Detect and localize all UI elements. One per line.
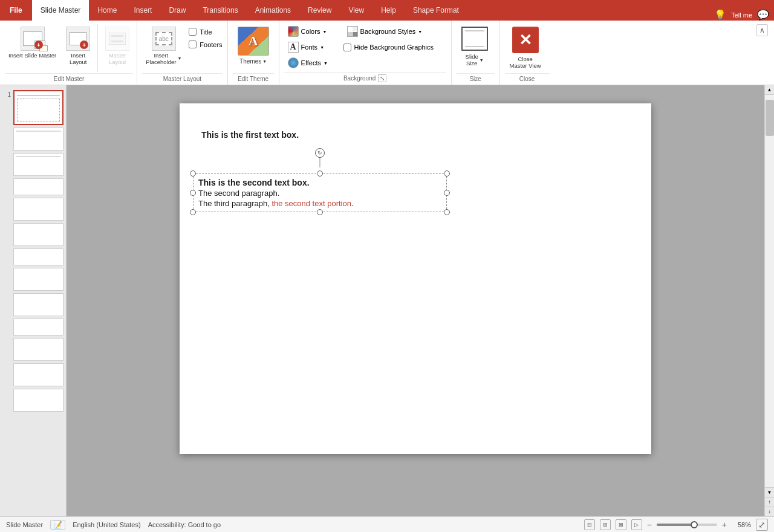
slide-thumb-6[interactable]: [2, 223, 63, 246]
close-master-view-icon: ✕: [512, 27, 539, 53]
handle-br[interactable]: [444, 209, 450, 215]
footers-checkbox[interactable]: [189, 41, 197, 48]
tab-slide-master[interactable]: Slide Master: [32, 0, 89, 21]
close-master-view-button[interactable]: ✕ CloseMaster View: [505, 24, 546, 72]
textbox-2-container[interactable]: This is the second text box. The second …: [193, 174, 447, 212]
handle-tl[interactable]: [190, 170, 196, 177]
comments-icon[interactable]: 💬: [757, 9, 769, 21]
title-checkbox[interactable]: [189, 28, 197, 36]
rotate-handle[interactable]: ↻: [315, 148, 325, 158]
tab-help[interactable]: Help: [372, 0, 405, 21]
colors-button[interactable]: Colors ▼: [284, 24, 339, 39]
close-master-view-label: CloseMaster View: [510, 56, 541, 70]
slide-thumb-9[interactable]: [2, 293, 63, 316]
line3-after: .: [351, 199, 354, 208]
background-styles-button[interactable]: Background Styles ▼: [343, 24, 426, 39]
zoom-level[interactable]: 58%: [732, 521, 751, 528]
tab-transitions[interactable]: Transitions: [194, 0, 246, 21]
tab-view[interactable]: View: [340, 0, 372, 21]
scroll-down-button[interactable]: ▼: [765, 487, 775, 497]
zoom-thumb[interactable]: [691, 521, 698, 528]
handle-tc[interactable]: [317, 170, 323, 177]
tab-animations[interactable]: Animations: [247, 0, 299, 21]
status-accessibility: Accessibility: Good to go: [148, 521, 221, 528]
slide-thumb-13[interactable]: [2, 389, 63, 412]
slide-img-1[interactable]: [13, 90, 63, 125]
tab-draw[interactable]: Draw: [160, 0, 194, 21]
insert-placeholder-label: InsertPlaceholder ▼: [146, 52, 181, 66]
group-close-label: Close: [505, 73, 550, 82]
tab-home[interactable]: Home: [89, 0, 125, 21]
background-dialog-launcher[interactable]: ⤡: [378, 74, 386, 82]
zoom-in-button[interactable]: +: [722, 520, 727, 530]
scroll-page-down-button[interactable]: ↓: [765, 507, 775, 516]
insert-slide-master-icon: +: [21, 27, 45, 51]
footers-checkbox-row[interactable]: Footers: [189, 41, 222, 48]
slide-thumb-11[interactable]: [2, 338, 63, 361]
handle-tr[interactable]: [444, 170, 450, 177]
scroll-up-button[interactable]: ▲: [765, 85, 775, 95]
tab-file[interactable]: File: [0, 0, 32, 21]
group-edit-master-content: + Insert Slide Master + InsertLayout: [5, 23, 133, 72]
scrollbar-track[interactable]: [765, 95, 774, 451]
effects-button[interactable]: Effects ▼: [284, 56, 339, 70]
ribbon-collapse-button[interactable]: ∧: [752, 21, 773, 85]
slide-thumb-7[interactable]: [2, 248, 63, 265]
handle-bl[interactable]: [190, 209, 196, 215]
view-slideshow-icon[interactable]: ▷: [631, 519, 642, 530]
tab-shape-format[interactable]: Shape Format: [405, 0, 467, 21]
handle-ml[interactable]: [190, 190, 196, 196]
effects-icon: [288, 57, 299, 68]
slide-size-button[interactable]: SlideSize ▼: [457, 24, 493, 69]
right-icons-area: 💡 Tell me 💬: [709, 9, 774, 21]
group-master-layout-label: Master Layout: [142, 73, 222, 82]
textbox-2[interactable]: This is the second text box. The second …: [193, 174, 447, 212]
scrollbar-thumb[interactable]: [766, 100, 774, 136]
lightbulb-icon[interactable]: 💡: [714, 9, 726, 21]
fonts-dropdown-arrow: ▼: [320, 45, 324, 50]
insert-placeholder-button[interactable]: abc InsertPlaceholder ▼: [142, 24, 185, 68]
slide-thumb-4[interactable]: [2, 178, 63, 195]
textbox-1[interactable]: This is the first text box.: [201, 130, 299, 140]
background-styles-icon: [347, 26, 358, 37]
group-edit-theme-label: Edit Theme: [233, 73, 274, 82]
tab-insert[interactable]: Insert: [125, 0, 160, 21]
line3-red-text: the second text portion: [272, 199, 351, 208]
fit-to-window-button[interactable]: ⤢: [756, 519, 768, 531]
notes-icon[interactable]: 📝: [50, 520, 65, 530]
slide-size-icon: [461, 27, 488, 51]
fonts-button[interactable]: A Fonts ▼: [284, 40, 339, 54]
hide-bg-graphics-checkbox[interactable]: [343, 44, 351, 51]
view-slide-sorter-icon[interactable]: ⊞: [600, 519, 611, 530]
footers-label: Footers: [200, 41, 222, 48]
slide-thumb-3[interactable]: [2, 153, 63, 176]
view-reading-icon[interactable]: ⊠: [616, 519, 626, 530]
slide-thumb-8[interactable]: [2, 268, 63, 291]
handle-mr[interactable]: [444, 190, 450, 196]
hide-bg-graphics-row[interactable]: Hide Background Graphics: [343, 44, 446, 51]
app-container: File Slide Master Home Insert Draw Trans…: [0, 0, 774, 532]
slide-thumb-1[interactable]: 1: [2, 90, 63, 125]
master-layout-button[interactable]: MasterLayout: [102, 24, 133, 68]
zoom-out-button[interactable]: −: [647, 520, 652, 530]
status-view-label: Slide Master: [6, 521, 43, 528]
slide-thumb-10[interactable]: [2, 319, 63, 336]
textbox-2-line1: This is the second text box.: [198, 178, 441, 187]
insert-layout-button[interactable]: + InsertLayout: [62, 24, 94, 68]
slide-canvas[interactable]: This is the first text box. This is the …: [180, 103, 651, 454]
scroll-page-up-button[interactable]: ↑: [765, 497, 775, 507]
handle-bc[interactable]: [317, 209, 323, 215]
title-checkbox-row[interactable]: Title: [189, 28, 222, 36]
group-size: SlideSize ▼ Size: [452, 21, 500, 85]
tell-me-button[interactable]: Tell me: [731, 11, 752, 19]
slide-thumb-2[interactable]: [2, 128, 63, 151]
insert-slide-master-button[interactable]: + Insert Slide Master: [5, 24, 60, 61]
insert-slide-master-label: Insert Slide Master: [8, 52, 56, 59]
canvas-area: This is the first text box. This is the …: [67, 85, 764, 516]
tab-review[interactable]: Review: [299, 0, 340, 21]
view-normal-icon[interactable]: ⊟: [584, 519, 595, 530]
slide-thumb-5[interactable]: [2, 198, 63, 221]
slide-thumb-12[interactable]: [2, 363, 63, 386]
zoom-slider-container[interactable]: [657, 524, 717, 526]
themes-button[interactable]: A Themes ▼: [233, 24, 274, 67]
